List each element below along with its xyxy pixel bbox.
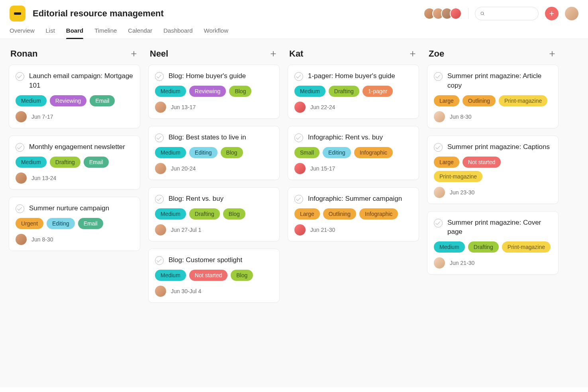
complete-checkbox[interactable] bbox=[434, 143, 443, 152]
tag[interactable]: Blog bbox=[223, 208, 245, 220]
complete-checkbox[interactable] bbox=[16, 143, 24, 152]
tag[interactable]: Medium bbox=[155, 147, 186, 158]
tag[interactable]: Email bbox=[90, 95, 115, 106]
assignee-avatar[interactable] bbox=[16, 234, 27, 245]
assignee-avatar[interactable] bbox=[16, 172, 27, 184]
tag[interactable]: Editing bbox=[323, 147, 351, 158]
tag[interactable]: Reviewing bbox=[189, 86, 226, 97]
assignee-avatar[interactable] bbox=[294, 163, 306, 174]
complete-checkbox[interactable] bbox=[155, 72, 164, 81]
task-card[interactable]: Infographic: Rent vs. buySmallEditingInf… bbox=[288, 126, 419, 180]
column-add-button[interactable] bbox=[408, 49, 417, 59]
tag[interactable]: Reviewing bbox=[50, 95, 87, 106]
tag[interactable]: Drafting bbox=[329, 86, 359, 97]
assignee-avatar[interactable] bbox=[16, 111, 27, 122]
assignee-avatar[interactable] bbox=[294, 224, 306, 235]
task-card[interactable]: Blog: Best states to live inMediumEditin… bbox=[148, 126, 280, 180]
tag[interactable]: Outlining bbox=[463, 95, 496, 106]
tag[interactable]: Urgent bbox=[16, 218, 43, 229]
complete-checkbox[interactable] bbox=[16, 204, 24, 213]
assignee-avatar[interactable] bbox=[434, 257, 445, 269]
tag[interactable]: Not started bbox=[463, 157, 501, 168]
assignee-avatar[interactable] bbox=[155, 102, 166, 113]
assignee-avatar[interactable] bbox=[434, 187, 445, 198]
complete-checkbox[interactable] bbox=[294, 72, 303, 81]
tag[interactable]: Editing bbox=[47, 218, 75, 229]
complete-checkbox[interactable] bbox=[155, 133, 164, 142]
column-zoe: ZoeSummer print magazine: Article copyLa… bbox=[427, 49, 559, 282]
complete-checkbox[interactable] bbox=[155, 195, 164, 204]
complete-checkbox[interactable] bbox=[155, 256, 164, 265]
tab-board[interactable]: Board bbox=[66, 27, 83, 39]
tag[interactable]: Medium bbox=[155, 86, 186, 97]
tab-workflow[interactable]: Workflow bbox=[204, 27, 228, 39]
tag[interactable]: Not started bbox=[189, 270, 227, 281]
tag[interactable]: Medium bbox=[155, 270, 186, 281]
assignee-avatar[interactable] bbox=[294, 102, 306, 113]
task-card[interactable]: Summer print magazine: Cover pageMediumD… bbox=[427, 211, 559, 275]
card-tags: UrgentEditingEmail bbox=[16, 218, 133, 229]
tag[interactable]: Medium bbox=[16, 157, 47, 168]
tag[interactable]: Print-magazine bbox=[502, 241, 551, 253]
tag[interactable]: 1-pager bbox=[363, 86, 393, 97]
header-avatars[interactable] bbox=[423, 8, 462, 20]
tag[interactable]: Blog bbox=[231, 270, 253, 281]
tag[interactable]: Outlining bbox=[323, 208, 356, 220]
complete-checkbox[interactable] bbox=[434, 72, 443, 81]
card-tags: LargeNot startedPrint-magazine bbox=[434, 157, 552, 182]
tag[interactable]: Print-magazine bbox=[499, 95, 547, 106]
tag[interactable]: Drafting bbox=[50, 157, 80, 168]
task-card[interactable]: Infographic: Summer campaignLargeOutlini… bbox=[288, 187, 419, 241]
tab-timeline[interactable]: Timeline bbox=[94, 27, 117, 39]
tag[interactable]: Medium bbox=[155, 208, 186, 220]
task-card[interactable]: Summer print magazine: CaptionsLargeNot … bbox=[427, 135, 559, 204]
complete-checkbox[interactable] bbox=[294, 133, 303, 142]
tab-calendar[interactable]: Calendar bbox=[128, 27, 152, 39]
tag[interactable]: Large bbox=[294, 208, 320, 220]
column-add-button[interactable] bbox=[129, 49, 139, 59]
assignee-avatar[interactable] bbox=[155, 286, 166, 297]
column-add-button[interactable] bbox=[547, 49, 557, 59]
tag[interactable]: Large bbox=[434, 95, 459, 106]
tab-list[interactable]: List bbox=[46, 27, 55, 39]
global-add-button[interactable] bbox=[545, 7, 559, 20]
task-card[interactable]: Blog: Home buyer's guideMediumReviewingB… bbox=[148, 65, 280, 119]
tag[interactable]: Medium bbox=[294, 86, 325, 97]
tag[interactable]: Infographic bbox=[354, 147, 393, 158]
tag[interactable]: Blog bbox=[221, 147, 243, 158]
complete-checkbox[interactable] bbox=[16, 72, 24, 81]
complete-checkbox[interactable] bbox=[434, 219, 443, 227]
complete-checkbox[interactable] bbox=[294, 195, 303, 204]
assignee-avatar[interactable] bbox=[155, 163, 166, 174]
tag[interactable]: Small bbox=[294, 147, 319, 158]
task-card[interactable]: Summer nurture campaignUrgentEditingEmai… bbox=[9, 197, 140, 251]
task-card[interactable]: Blog: Rent vs. buyMediumDraftingBlogJun … bbox=[148, 187, 280, 241]
assignee-avatar[interactable] bbox=[155, 224, 166, 235]
tag[interactable]: Blog bbox=[229, 86, 251, 97]
task-card[interactable]: 1-pager: Home buyer's guideMediumDraftin… bbox=[288, 65, 419, 119]
tag[interactable]: Medium bbox=[434, 241, 465, 253]
task-card[interactable]: Monthly engagement newsletterMediumDraft… bbox=[9, 135, 140, 190]
tag[interactable]: Infographic bbox=[359, 208, 398, 220]
search-input[interactable] bbox=[488, 10, 533, 17]
tag[interactable]: Print-magazine bbox=[434, 171, 482, 182]
tag[interactable]: Email bbox=[78, 218, 103, 229]
avatar[interactable] bbox=[450, 8, 462, 20]
column-add-button[interactable] bbox=[269, 49, 278, 59]
task-card[interactable]: Blog: Customer spotlightMediumNot starte… bbox=[148, 249, 280, 303]
profile-avatar[interactable] bbox=[565, 7, 578, 20]
card-footer: Jun 8-30 bbox=[434, 111, 552, 122]
tag[interactable]: Large bbox=[434, 157, 459, 168]
task-card[interactable]: Launch email campaign: Mortgage 101Mediu… bbox=[9, 65, 140, 128]
search-box[interactable] bbox=[475, 7, 539, 20]
tab-overview[interactable]: Overview bbox=[10, 27, 35, 39]
tag[interactable]: Medium bbox=[16, 95, 47, 106]
tag[interactable]: Drafting bbox=[468, 241, 499, 253]
tag[interactable]: Drafting bbox=[189, 208, 220, 220]
tag[interactable]: Editing bbox=[189, 147, 218, 158]
card-date: Jun 21-30 bbox=[310, 227, 335, 233]
task-card[interactable]: Summer print magazine: Article copyLarge… bbox=[427, 65, 559, 128]
assignee-avatar[interactable] bbox=[434, 111, 445, 122]
tag[interactable]: Email bbox=[84, 157, 109, 168]
tab-dashboard[interactable]: Dashboard bbox=[163, 27, 192, 39]
